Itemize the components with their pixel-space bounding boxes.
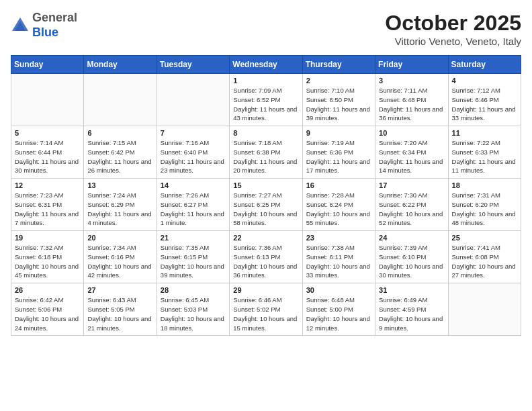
calendar-day-cell: 1Sunrise: 7:09 AM Sunset: 6:52 PM Daylig… [230, 74, 302, 126]
weekday-header: Wednesday [230, 56, 302, 74]
weekday-header: Tuesday [157, 56, 229, 74]
weekday-header: Monday [84, 56, 157, 74]
calendar-day-cell: 21Sunrise: 7:35 AM Sunset: 6:15 PM Dayli… [157, 231, 229, 283]
day-number: 23 [306, 234, 371, 242]
day-info: Sunrise: 7:09 AM Sunset: 6:52 PM Dayligh… [233, 86, 298, 123]
calendar-week-row: 26Sunrise: 6:42 AM Sunset: 5:06 PM Dayli… [11, 283, 521, 336]
calendar-day-cell: 4Sunrise: 7:12 AM Sunset: 6:46 PM Daylig… [448, 74, 521, 126]
day-info: Sunrise: 7:34 AM Sunset: 6:16 PM Dayligh… [87, 243, 152, 280]
day-number: 14 [161, 181, 226, 189]
day-info: Sunrise: 7:35 AM Sunset: 6:15 PM Dayligh… [161, 243, 226, 280]
day-number: 21 [161, 234, 226, 242]
calendar-day-cell: 10Sunrise: 7:20 AM Sunset: 6:34 PM Dayli… [375, 126, 448, 179]
day-number: 31 [379, 286, 444, 294]
calendar-day-cell: 14Sunrise: 7:26 AM Sunset: 6:27 PM Dayli… [157, 179, 229, 231]
calendar-day-cell: 8Sunrise: 7:18 AM Sunset: 6:38 PM Daylig… [230, 126, 302, 179]
day-info: Sunrise: 7:41 AM Sunset: 6:08 PM Dayligh… [452, 243, 517, 280]
calendar-day-cell: 16Sunrise: 7:28 AM Sunset: 6:24 PM Dayli… [302, 179, 375, 231]
day-info: Sunrise: 6:46 AM Sunset: 5:02 PM Dayligh… [233, 295, 298, 332]
weekday-header-row: SundayMondayTuesdayWednesdayThursdayFrid… [11, 56, 521, 74]
day-info: Sunrise: 7:39 AM Sunset: 6:10 PM Dayligh… [379, 243, 444, 280]
day-info: Sunrise: 7:20 AM Sunset: 6:34 PM Dayligh… [379, 138, 444, 175]
day-info: Sunrise: 6:45 AM Sunset: 5:03 PM Dayligh… [161, 295, 226, 332]
day-number: 4 [452, 77, 517, 85]
calendar-day-cell [84, 74, 157, 126]
calendar-week-row: 12Sunrise: 7:23 AM Sunset: 6:31 PM Dayli… [11, 179, 521, 231]
logo-text: General Blue [32, 11, 77, 40]
day-number: 16 [306, 181, 371, 189]
day-info: Sunrise: 7:14 AM Sunset: 6:44 PM Dayligh… [15, 138, 80, 175]
calendar-day-cell: 19Sunrise: 7:32 AM Sunset: 6:18 PM Dayli… [11, 231, 84, 283]
calendar-day-cell [157, 74, 229, 126]
day-info: Sunrise: 7:27 AM Sunset: 6:25 PM Dayligh… [233, 191, 298, 228]
location: Vittorio Veneto, Veneto, Italy [385, 36, 521, 47]
day-number: 12 [15, 181, 80, 189]
calendar-day-cell: 18Sunrise: 7:31 AM Sunset: 6:20 PM Dayli… [448, 179, 521, 231]
calendar-day-cell: 31Sunrise: 6:49 AM Sunset: 4:59 PM Dayli… [375, 283, 448, 336]
weekday-header: Thursday [302, 56, 375, 74]
day-info: Sunrise: 7:10 AM Sunset: 6:50 PM Dayligh… [306, 86, 371, 123]
calendar-day-cell: 27Sunrise: 6:43 AM Sunset: 5:05 PM Dayli… [84, 283, 157, 336]
day-number: 28 [161, 286, 226, 294]
calendar-day-cell: 12Sunrise: 7:23 AM Sunset: 6:31 PM Dayli… [11, 179, 84, 231]
day-number: 5 [15, 129, 80, 137]
day-number: 29 [233, 286, 298, 294]
day-number: 9 [306, 129, 371, 137]
day-number: 17 [379, 181, 444, 189]
calendar-week-row: 5Sunrise: 7:14 AM Sunset: 6:44 PM Daylig… [11, 126, 521, 179]
calendar-day-cell: 20Sunrise: 7:34 AM Sunset: 6:16 PM Dayli… [84, 231, 157, 283]
logo-blue: Blue [32, 26, 58, 39]
day-info: Sunrise: 7:16 AM Sunset: 6:40 PM Dayligh… [161, 138, 226, 175]
day-number: 20 [87, 234, 152, 242]
calendar-day-cell: 2Sunrise: 7:10 AM Sunset: 6:50 PM Daylig… [302, 74, 375, 126]
day-info: Sunrise: 6:48 AM Sunset: 5:00 PM Dayligh… [306, 295, 371, 332]
calendar-day-cell: 6Sunrise: 7:15 AM Sunset: 6:42 PM Daylig… [84, 126, 157, 179]
day-info: Sunrise: 7:32 AM Sunset: 6:18 PM Dayligh… [15, 243, 80, 280]
calendar-day-cell: 24Sunrise: 7:39 AM Sunset: 6:10 PM Dayli… [375, 231, 448, 283]
calendar-day-cell: 25Sunrise: 7:41 AM Sunset: 6:08 PM Dayli… [448, 231, 521, 283]
calendar-day-cell: 3Sunrise: 7:11 AM Sunset: 6:48 PM Daylig… [375, 74, 448, 126]
logo-general: General [32, 11, 77, 24]
month-title: October 2025 [385, 11, 521, 36]
day-number: 13 [87, 181, 152, 189]
page-header: General Blue October 2025 Vittorio Venet… [11, 11, 521, 47]
title-block: October 2025 Vittorio Veneto, Veneto, It… [385, 11, 521, 47]
day-number: 10 [379, 129, 444, 137]
day-number: 1 [233, 77, 298, 85]
day-number: 2 [306, 77, 371, 85]
weekday-header: Saturday [448, 56, 521, 74]
day-number: 24 [379, 234, 444, 242]
day-info: Sunrise: 6:42 AM Sunset: 5:06 PM Dayligh… [15, 295, 80, 332]
calendar-day-cell: 15Sunrise: 7:27 AM Sunset: 6:25 PM Dayli… [230, 179, 302, 231]
day-number: 19 [15, 234, 80, 242]
calendar-day-cell: 22Sunrise: 7:36 AM Sunset: 6:13 PM Dayli… [230, 231, 302, 283]
calendar-day-cell: 26Sunrise: 6:42 AM Sunset: 5:06 PM Dayli… [11, 283, 84, 336]
day-info: Sunrise: 7:30 AM Sunset: 6:22 PM Dayligh… [379, 191, 444, 228]
weekday-header: Sunday [11, 56, 84, 74]
day-info: Sunrise: 6:49 AM Sunset: 4:59 PM Dayligh… [379, 295, 444, 332]
day-number: 11 [452, 129, 517, 137]
calendar-day-cell: 29Sunrise: 6:46 AM Sunset: 5:02 PM Dayli… [230, 283, 302, 336]
calendar-day-cell [11, 74, 84, 126]
day-number: 18 [452, 181, 517, 189]
day-info: Sunrise: 7:18 AM Sunset: 6:38 PM Dayligh… [233, 138, 298, 175]
day-number: 15 [233, 181, 298, 189]
day-info: Sunrise: 7:31 AM Sunset: 6:20 PM Dayligh… [452, 191, 517, 228]
day-info: Sunrise: 7:15 AM Sunset: 6:42 PM Dayligh… [87, 138, 152, 175]
calendar-day-cell: 30Sunrise: 6:48 AM Sunset: 5:00 PM Dayli… [302, 283, 375, 336]
day-info: Sunrise: 7:26 AM Sunset: 6:27 PM Dayligh… [161, 191, 226, 228]
day-number: 3 [379, 77, 444, 85]
day-number: 22 [233, 234, 298, 242]
calendar-day-cell: 7Sunrise: 7:16 AM Sunset: 6:40 PM Daylig… [157, 126, 229, 179]
calendar-week-row: 19Sunrise: 7:32 AM Sunset: 6:18 PM Dayli… [11, 231, 521, 283]
day-info: Sunrise: 7:28 AM Sunset: 6:24 PM Dayligh… [306, 191, 371, 228]
logo: General Blue [11, 11, 77, 40]
weekday-header: Friday [375, 56, 448, 74]
calendar-day-cell: 11Sunrise: 7:22 AM Sunset: 6:33 PM Dayli… [448, 126, 521, 179]
day-number: 27 [87, 286, 152, 294]
day-info: Sunrise: 7:38 AM Sunset: 6:11 PM Dayligh… [306, 243, 371, 280]
day-number: 30 [306, 286, 371, 294]
calendar-day-cell: 9Sunrise: 7:19 AM Sunset: 6:36 PM Daylig… [302, 126, 375, 179]
day-number: 25 [452, 234, 517, 242]
day-number: 7 [161, 129, 226, 137]
